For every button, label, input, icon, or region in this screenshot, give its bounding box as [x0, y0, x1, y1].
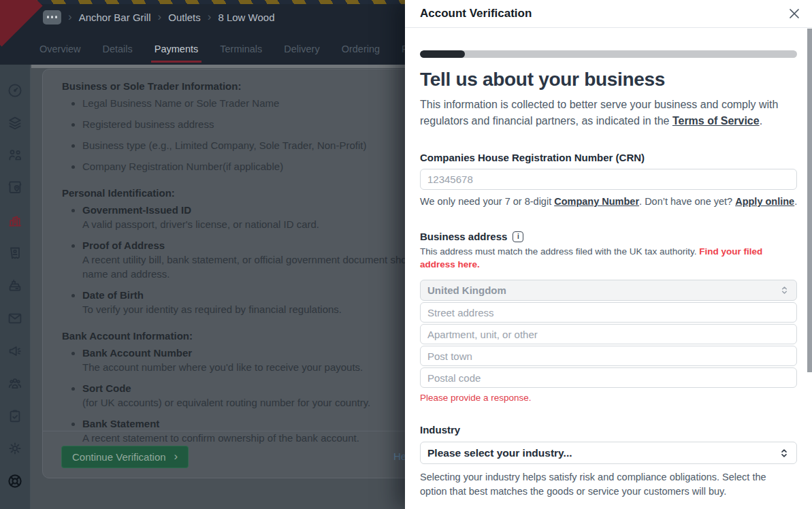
app-root: ›Anchor Bar Grill›Outlets›8 Low Wood Ove… — [0, 0, 812, 509]
list-item-title: Date of Birth — [82, 289, 144, 301]
breadcrumb-item[interactable]: Anchor Bar Grill — [79, 12, 151, 23]
chevron-updown-icon — [779, 285, 790, 295]
sidebar-item-shop-location-icon[interactable] — [0, 178, 30, 197]
business-address-label: Business address — [420, 231, 507, 242]
business-buildings-icon — [7, 212, 23, 229]
receipt-contact-icon — [7, 245, 23, 261]
breadcrumb-item[interactable]: 8 Low Wood — [218, 12, 274, 23]
mail-icon — [7, 310, 23, 327]
intro-line1: This information is collected to better … — [420, 99, 778, 110]
close-icon[interactable] — [789, 8, 800, 19]
terms-of-service-link[interactable]: Terms of Service — [672, 115, 760, 127]
sidebar-nav — [0, 65, 31, 509]
list-item-title: Sort Code — [82, 382, 131, 394]
list-item-title: Government-Issued ID — [82, 204, 191, 216]
drawer-header: Account Verification — [405, 0, 812, 28]
sidebar-item-cash-register-icon[interactable] — [0, 276, 30, 295]
country-value: United Kingdom — [427, 284, 506, 296]
crn-hint-text: We only need your 7 or 8-digit — [420, 196, 554, 207]
crn-hint: We only need your 7 or 8-digit Company N… — [420, 196, 797, 207]
breadcrumb: ›Anchor Bar Grill›Outlets›8 Low Wood — [43, 7, 275, 27]
sidebar-item-customers-icon[interactable] — [0, 146, 30, 165]
team-icon — [7, 376, 23, 392]
sidebar-item-team-icon[interactable] — [0, 374, 30, 393]
cash-register-icon — [7, 277, 23, 293]
crn-hint-mid: . Don’t have one yet? — [639, 196, 735, 207]
progress-bar — [420, 50, 797, 58]
sidebar-item-receipt-contact-icon[interactable] — [0, 244, 30, 263]
crn-input[interactable] — [420, 169, 797, 190]
apartment-input[interactable] — [420, 324, 797, 344]
tab-ordering[interactable]: Ordering — [340, 33, 382, 65]
company-number-link[interactable]: Company Number — [554, 196, 639, 207]
crn-label: Companies House Registration Number (CRN… — [420, 152, 797, 163]
sidebar-item-tasks-clipboard-icon[interactable] — [0, 407, 30, 426]
drawer-intro: This information is collected to better … — [420, 97, 797, 129]
ellipsis-icon[interactable] — [43, 10, 61, 24]
account-verification-drawer: Account Verification Tell us about your … — [405, 0, 812, 509]
address-hint-text: This address must match the address file… — [420, 246, 699, 257]
address-hint: This address must match the address file… — [420, 245, 791, 271]
drawer-heading: Tell us about your business — [420, 69, 797, 91]
settings-gear-icon — [7, 440, 23, 457]
chevron-updown-icon — [779, 448, 790, 459]
layers-icon — [7, 115, 23, 131]
intro-suffix: . — [760, 115, 762, 127]
breadcrumb-separator-icon: › — [68, 11, 72, 24]
tab-overview[interactable]: Overview — [37, 33, 82, 65]
country-select[interactable]: United Kingdom — [420, 280, 797, 301]
help-ring-icon — [7, 473, 23, 489]
progress-fill — [420, 50, 465, 58]
sidebar-item-megaphone-icon[interactable] — [0, 342, 30, 361]
continue-verification-label: Continue Verification — [72, 451, 166, 463]
post-town-input[interactable] — [420, 346, 797, 366]
street-address-input[interactable] — [420, 302, 797, 323]
breadcrumb-separator-icon: › — [158, 11, 162, 24]
sidebar-item-gauge-icon[interactable] — [0, 81, 30, 100]
sidebar-item-business-buildings-icon[interactable] — [0, 211, 30, 230]
industry-value: Please select your industry... — [427, 447, 572, 459]
list-item-title: Bank Account Number — [82, 347, 192, 359]
industry-hint: Selecting your industry helps satisfy ri… — [420, 470, 796, 499]
continue-verification-button[interactable]: Continue Verification › — [61, 446, 189, 468]
sidebar-item-mail-icon[interactable] — [0, 309, 30, 328]
crn-hint-suffix: . — [794, 196, 797, 207]
chevron-right-icon: › — [174, 450, 178, 463]
sidebar-item-help-ring-icon[interactable] — [0, 472, 30, 491]
sidebar-item-layers-icon[interactable] — [0, 114, 30, 133]
partial-bottom-icon — [7, 505, 23, 509]
customers-icon — [7, 147, 23, 163]
postal-code-input[interactable] — [420, 367, 797, 388]
drawer-body: Tell us about your business This informa… — [405, 50, 812, 499]
gauge-icon — [7, 82, 23, 99]
sidebar-item-settings-gear-icon[interactable] — [0, 439, 30, 458]
tab-bar: OverviewDetailsPaymentsTerminalsDelivery… — [37, 33, 417, 65]
address-error-text: Please provide a response. — [420, 393, 797, 403]
tab-terminals[interactable]: Terminals — [218, 33, 264, 65]
industry-label: Industry — [420, 424, 797, 436]
info-icon[interactable]: i — [513, 231, 523, 242]
megaphone-icon — [7, 343, 23, 359]
shop-location-icon — [7, 179, 23, 195]
drawer-scrollbar[interactable] — [807, 29, 812, 372]
tab-payments[interactable]: Payments — [152, 33, 200, 65]
intro-line2: regulators and financial partners, as in… — [420, 115, 672, 127]
tab-delivery[interactable]: Delivery — [282, 33, 321, 65]
list-item-title: Proof of Address — [82, 240, 165, 251]
tasks-clipboard-icon — [7, 408, 23, 425]
breadcrumb-item[interactable]: Outlets — [168, 12, 201, 23]
industry-select[interactable]: Please select your industry... — [420, 442, 797, 464]
sidebar-item-partial-bottom-icon[interactable] — [0, 504, 30, 509]
breadcrumb-separator-icon: › — [208, 11, 212, 24]
drawer-title: Account Verification — [420, 7, 532, 20]
list-item-title: Bank Statement — [82, 418, 159, 429]
tab-details[interactable]: Details — [100, 33, 134, 65]
apply-online-link[interactable]: Apply online — [735, 196, 794, 207]
